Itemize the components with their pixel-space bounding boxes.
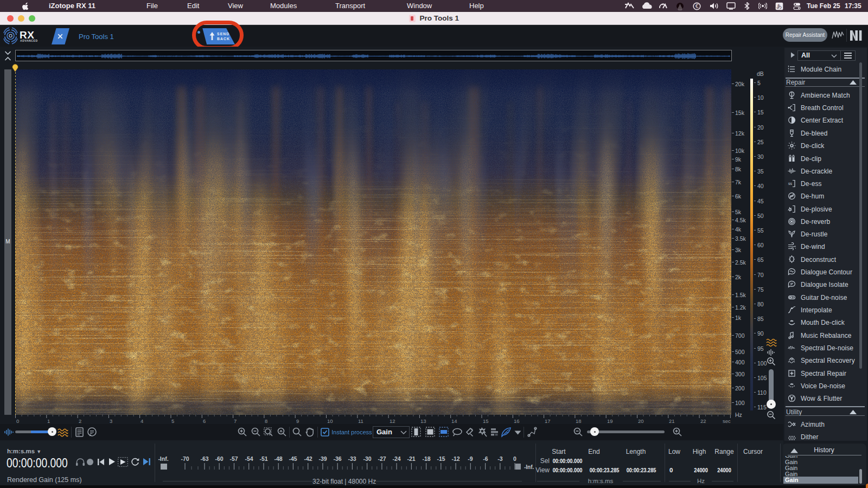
svg-text:あ: あ <box>776 3 782 9</box>
svg-text:€: € <box>695 3 699 9</box>
svg-text:ss: ss <box>788 182 793 185</box>
